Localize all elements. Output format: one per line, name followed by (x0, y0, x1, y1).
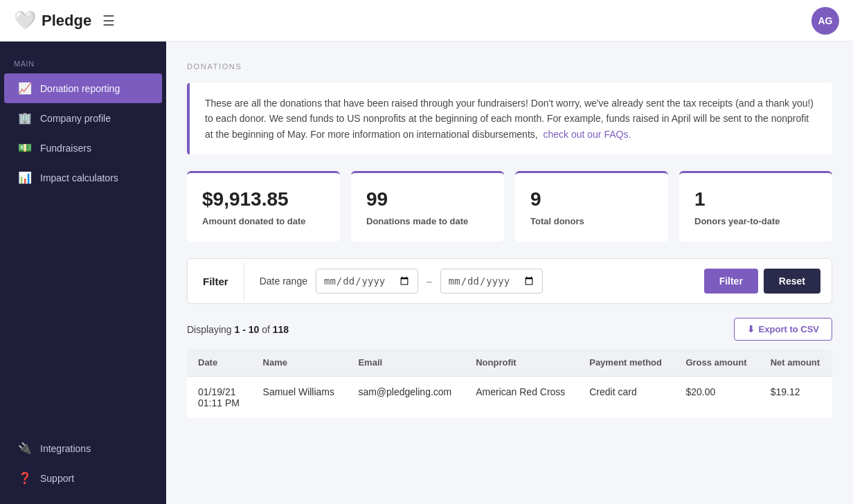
col-name: Name (252, 349, 348, 377)
cell-date: 01/19/21 01:11 PM (187, 377, 252, 419)
cell-payment-method: Credit card (578, 377, 674, 419)
stat-label: Donors year-to-date (694, 216, 817, 226)
stat-label: Donations made to date (366, 216, 489, 226)
displaying-range: 1 - 10 (234, 324, 259, 335)
page-title: DONATIONS (187, 62, 832, 71)
col-net-amount: Net amount (760, 349, 832, 377)
logo-text: Pledge (42, 12, 91, 30)
sidebar-item-label: Donation reporting (40, 83, 120, 94)
sidebar-item-label: Company profile (40, 113, 111, 124)
col-email: Email (347, 349, 465, 377)
stats-row: $9,913.85 Amount donated to date 99 Dona… (187, 171, 832, 242)
stat-card-donors-ytd: 1 Donors year-to-date (679, 171, 832, 242)
stat-value: 99 (366, 188, 489, 210)
stat-card-amount-donated: $9,913.85 Amount donated to date (187, 171, 340, 242)
menu-icon[interactable]: ☰ (102, 12, 115, 29)
cell-net-amount: $19.12 (760, 377, 832, 419)
table-head: Date Name Email Nonprofit Payment method… (187, 349, 832, 377)
sidebar-item-label: Impact calculators (40, 172, 118, 183)
date-to-input[interactable] (440, 269, 543, 294)
sidebar-item-integrations[interactable]: 🔌 Integrations (4, 433, 162, 463)
sidebar-item-label: Integrations (40, 443, 91, 454)
col-payment-method: Payment method (578, 349, 674, 377)
stat-value: 1 (694, 188, 817, 210)
app-body: Main 📈 Donation reporting 🏢 Company prof… (0, 42, 853, 504)
info-banner: These are all the donations that have be… (187, 83, 832, 154)
filter-actions: Filter Reset (704, 269, 832, 294)
filter-content: Date range – (244, 259, 704, 303)
col-gross-amount: Gross amount (674, 349, 759, 377)
info-banner-text: These are all the donations that have be… (205, 98, 814, 140)
money-icon: 💵 (18, 141, 32, 154)
filter-button[interactable]: Filter (704, 269, 758, 294)
topnav-left: 🤍 Pledge ☰ (14, 10, 115, 31)
displaying-of: of (259, 324, 272, 335)
col-nonprofit: Nonprofit (465, 349, 578, 377)
stat-value: $9,913.85 (202, 188, 325, 210)
sidebar-item-support[interactable]: ❓ Support (4, 463, 162, 493)
calculator-icon: 📊 (18, 171, 32, 184)
filter-bar: Filter Date range – Filter Reset (187, 258, 832, 304)
table-row: 01/19/21 01:11 PM Samuel Williams sam@pl… (187, 377, 832, 419)
building-icon: 🏢 (18, 111, 32, 125)
chart-icon: 📈 (18, 82, 32, 95)
stat-card-donations-made: 99 Donations made to date (351, 171, 504, 242)
reset-button[interactable]: Reset (764, 269, 820, 294)
avatar[interactable]: AG (811, 7, 839, 35)
col-date: Date (187, 349, 252, 377)
table-header-row: Displaying 1 - 10 of 118 ⬇ Export to CSV (187, 318, 832, 341)
displaying-prefix: Displaying (187, 324, 234, 335)
main-content: DONATIONS These are all the donations th… (166, 42, 853, 504)
sidebar-item-donation-reporting[interactable]: 📈 Donation reporting (4, 73, 162, 103)
date-separator: – (426, 276, 432, 287)
display-text: Displaying 1 - 10 of 118 (187, 324, 289, 335)
topnav: 🤍 Pledge ☰ AG (0, 0, 853, 42)
stat-label: Total donors (530, 216, 653, 226)
sidebar-item-label: Support (40, 473, 74, 484)
sidebar-section-label: Main (0, 48, 166, 73)
cell-nonprofit: American Red Cross (465, 377, 578, 419)
cell-gross-amount: $20.00 (674, 377, 759, 419)
cell-email: sam@pledgeling.com (347, 377, 465, 419)
info-banner-link[interactable]: check out our FAQs. (543, 129, 631, 140)
download-icon: ⬇ (747, 324, 755, 334)
date-range-label: Date range (260, 276, 307, 287)
sidebar: Main 📈 Donation reporting 🏢 Company prof… (0, 42, 166, 504)
sidebar-item-fundraisers[interactable]: 💵 Fundraisers (4, 133, 162, 163)
export-label: Export to CSV (759, 324, 819, 334)
sidebar-item-company-profile[interactable]: 🏢 Company profile (4, 103, 162, 133)
table-body: 01/19/21 01:11 PM Samuel Williams sam@pl… (187, 377, 832, 419)
stat-label: Amount donated to date (202, 216, 325, 226)
filter-label: Filter (188, 263, 244, 300)
stat-card-total-donors: 9 Total donors (515, 171, 668, 242)
question-icon: ❓ (18, 471, 32, 485)
date-from-input[interactable] (316, 269, 418, 294)
plug-icon: 🔌 (18, 442, 32, 455)
sidebar-item-impact-calculators[interactable]: 📊 Impact calculators (4, 163, 162, 192)
stat-value: 9 (530, 188, 653, 210)
cell-name: Samuel Williams (252, 377, 348, 419)
logo[interactable]: 🤍 Pledge (14, 10, 91, 31)
data-table: Date Name Email Nonprofit Payment method… (187, 349, 832, 418)
displaying-total: 118 (273, 324, 289, 335)
table-header-row-cols: Date Name Email Nonprofit Payment method… (187, 349, 832, 377)
sidebar-item-label: Fundraisers (40, 143, 91, 154)
logo-icon: 🤍 (14, 10, 36, 31)
export-csv-button[interactable]: ⬇ Export to CSV (734, 318, 832, 341)
